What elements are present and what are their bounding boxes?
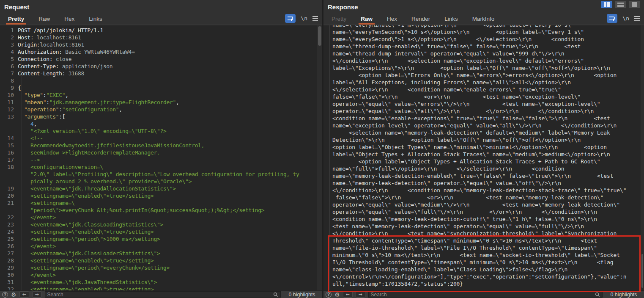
prev-match-button[interactable]: ←: [343, 291, 353, 298]
code-line: label=\"Exceptions\">\r\n <option label=…: [332, 64, 644, 72]
request-tabbar: PrettyRawHexLinks \n: [0, 13, 322, 25]
settings-gear-icon[interactable]: ⚙: [11, 292, 16, 298]
request-search-bar: ? ⚙ ← → 0 highlights: [0, 290, 322, 298]
code-line: name=\"memory-leak-detection-enabled\" t…: [332, 172, 644, 179]
line-number: 5: [0, 55, 18, 63]
request-scrollbar-thumb[interactable]: [318, 26, 321, 46]
code-line: 18 <configurationversion=\: [0, 163, 322, 171]
line-number: 13: [0, 113, 18, 120]
split-columns-view-button[interactable]: [601, 1, 612, 8]
tab-hex[interactable]: Hex: [385, 14, 399, 25]
line-number: 31: [0, 279, 18, 286]
response-panel: Response PrettyRawHexRenderLinksMarkInfo…: [323, 0, 644, 298]
request-panel: Request PrettyRawHexLinks \n 1POST /ap: [0, 0, 322, 298]
code-line: name=\"full\">full<\/option>\r\n <\/sele…: [332, 165, 644, 172]
code-line: operator=\"equal\" value=\"errors\"\/>\r…: [332, 100, 644, 108]
code-line: name=\"file-io-threshold\" label=\"File …: [332, 244, 644, 251]
search-input[interactable]: [47, 292, 273, 298]
code-line: false=\"false\">\r\n <or>\r\n <test name…: [332, 194, 644, 201]
line-number: 23: [0, 221, 18, 228]
editor-menu-icon[interactable]: [312, 16, 318, 21]
search-icon: [595, 292, 600, 297]
code-line: 19 <eventname=\"jdk.ThreadAllocationStat…: [0, 185, 322, 192]
line-number: 19: [0, 185, 18, 192]
line-number: 10: [0, 91, 18, 99]
help-icon[interactable]: ?: [2, 292, 8, 298]
response-editor[interactable]: name=\"everyMinute\">1 m<\/option>\r\n <…: [323, 25, 644, 290]
rows-icon: [617, 3, 624, 7]
newline-marker-toggle[interactable]: \n: [622, 15, 629, 22]
line-number: 14: [0, 135, 18, 142]
search-icon: [273, 292, 278, 297]
tab-hex[interactable]: Hex: [62, 14, 77, 25]
editor-menu-icon[interactable]: [634, 16, 640, 21]
line-number: 24: [0, 228, 18, 235]
settings-gear-icon[interactable]: ⚙: [334, 292, 340, 298]
response-search-bar: ? ⚙ ← → 0 highlights: [323, 290, 644, 298]
split-rows-view-button[interactable]: [615, 1, 626, 8]
line-number: 18: [0, 163, 18, 171]
tab-raw[interactable]: Raw: [36, 14, 52, 25]
code-line: I\/O Threshold\" contentType=\"timespan\…: [332, 259, 644, 266]
highlights-count: 0 highlights: [606, 292, 642, 298]
code-line: name=\"exception-level\" operator=\"equa…: [332, 122, 644, 129]
line-number: 9: [0, 84, 18, 91]
tab-pretty[interactable]: Pretty: [6, 14, 26, 25]
code-line: 17 -->: [0, 156, 322, 163]
request-editor[interactable]: 1POST /api/jolokia/ HTTP/1.12Host: local…: [0, 25, 322, 290]
response-scrollbar[interactable]: [641, 25, 644, 290]
newline-marker-toggle[interactable]: \n: [301, 15, 307, 22]
response-scrollbar-thumb[interactable]: [641, 254, 643, 288]
soft-wrap-button[interactable]: [607, 14, 617, 23]
soft-wrap-button[interactable]: [285, 14, 296, 23]
code-line: 6Content-Type: application/json: [0, 63, 322, 70]
code-line: name=\"everyTenSecond\">10 s<\/option>\r…: [332, 28, 644, 36]
code-line: operator=\"equal\" value=\"all\"\/>\r\n …: [332, 108, 644, 115]
line-number: 27: [0, 250, 18, 257]
code-line: 21 <settingname=\: [0, 199, 322, 207]
code-line: ull,"timestamp":1701358472,"status":200}: [332, 280, 644, 287]
request-scrollbar[interactable]: [317, 25, 322, 290]
next-match-button[interactable]: →: [32, 291, 42, 298]
help-icon[interactable]: ?: [326, 292, 332, 298]
prev-match-button[interactable]: ←: [19, 291, 29, 298]
line-number: 3: [0, 41, 18, 48]
code-line: <test name=\"memory-leak-detection\" ope…: [332, 223, 644, 230]
code-line: operator=\"equal\" value=\"medium\"\/>\r…: [332, 201, 644, 208]
burp-message-editor: Request PrettyRawHexLinks \n 1POST /ap: [0, 0, 644, 298]
code-line: 32 <settingname=\"enabled\">true</settin…: [0, 286, 322, 290]
tab-links[interactable]: Links: [442, 14, 460, 25]
code-line: 4,: [0, 120, 322, 127]
tab-markinfo[interactable]: MarkInfo: [470, 14, 497, 25]
column-bar-icon: [607, 2, 610, 7]
next-match-button[interactable]: →: [356, 291, 365, 298]
code-line: 4Authorization: Basic YWRtaW46YWRtaW4=: [0, 48, 322, 55]
soft-wrap-icon: [609, 16, 615, 21]
tab-pretty[interactable]: Pretty: [329, 14, 348, 25]
code-line: <option label=\"Object Types\" name=\"mi…: [332, 143, 644, 151]
line-number: 30: [0, 271, 18, 279]
soft-wrap-icon: [287, 16, 293, 21]
response-editor-tools: \n: [607, 14, 640, 25]
code-line: 1POST /api/jolokia/ HTTP/1.1: [0, 27, 322, 34]
code-line: 25 <settingname=\"period\">1000 ms</sett…: [0, 235, 322, 243]
code-line: 30 </event>: [0, 271, 322, 279]
line-number: 15: [0, 142, 18, 149]
code-line: 31 <eventname=\"jdk.JavaThreadStatistics…: [0, 279, 322, 286]
line-number: 26: [0, 243, 18, 250]
tab-links[interactable]: Links: [87, 14, 104, 25]
single-pane-icon: [632, 2, 637, 7]
highlights-count: 0 highlights: [284, 292, 320, 298]
code-line: 13 "arguments":[: [0, 113, 322, 120]
code-line: <\/selection>\r\n <condition name=\"enab…: [332, 86, 644, 93]
response-tabbar: PrettyRawHexRenderLinksMarkInfo \n: [323, 13, 644, 25]
line-number: 11: [0, 99, 18, 106]
line-number: 32: [0, 286, 18, 290]
code-line: <\/condition>\r\n <condition name=\"memo…: [332, 187, 644, 194]
single-panel-view-button[interactable]: [629, 1, 640, 8]
tab-render[interactable]: Render: [409, 14, 432, 25]
search-input[interactable]: [371, 292, 595, 298]
code-line: 15 Recommendedwaytoedit.jfcfilesistouseJ…: [0, 142, 322, 149]
tab-raw[interactable]: Raw: [359, 14, 375, 25]
code-line: name=\"thread-dump-interval\" operator=\…: [332, 50, 644, 57]
